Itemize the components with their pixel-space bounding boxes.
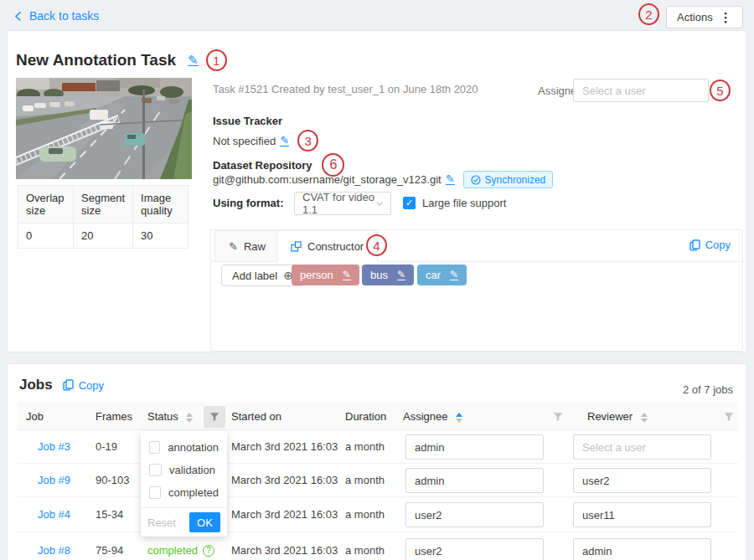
tab-raw[interactable]: ✎ Raw xyxy=(214,230,280,262)
edit-label-icon[interactable]: ✎ xyxy=(397,270,405,280)
col-started: Started on xyxy=(231,410,281,423)
copy-labels-link[interactable]: Copy xyxy=(689,239,731,251)
duration-cell: a month xyxy=(345,474,385,486)
checkbox[interactable] xyxy=(149,486,161,499)
reviewer-input[interactable] xyxy=(573,502,711,527)
checkbox[interactable] xyxy=(149,464,162,476)
sort-icons xyxy=(186,413,193,423)
duration-cell: a month xyxy=(345,508,385,521)
callout-2: 2 xyxy=(638,3,659,25)
job-link[interactable]: Job #3 xyxy=(38,440,70,453)
job-link[interactable]: Job #4 xyxy=(38,508,70,521)
param-value: 20 xyxy=(74,223,133,249)
edit-issue-tracker-icon[interactable]: ✎ xyxy=(280,136,289,146)
actions-label: Actions xyxy=(677,11,713,23)
label-name: bus xyxy=(370,269,388,281)
question-circle-icon[interactable]: ? xyxy=(203,545,214,557)
format-select[interactable]: CVAT for video 1.1 xyxy=(294,192,391,215)
col-reviewer-sort[interactable]: Reviewer xyxy=(587,410,648,423)
jobs-heading: Jobs xyxy=(19,377,53,393)
actions-button[interactable]: Actions ⋮ xyxy=(666,6,743,28)
assignee-select-input[interactable] xyxy=(573,79,709,102)
started-cell: March 3rd 2021 16:03 xyxy=(231,474,338,486)
job-link[interactable]: Job #9 xyxy=(38,474,70,486)
assignee-input[interactable] xyxy=(405,434,544,460)
filter-option-completed[interactable]: completed xyxy=(141,481,227,504)
frames-cell: 0-19 xyxy=(96,440,117,453)
col-assignee-label: Assignee xyxy=(403,410,447,423)
reviewer-filter-icon[interactable] xyxy=(718,406,740,428)
labels-tabbar: ✎ Raw Constructor 4 Copy xyxy=(211,230,742,262)
reviewer-input[interactable] xyxy=(573,468,711,493)
assignee-filter-icon[interactable] xyxy=(547,406,569,428)
filter-option-annotation[interactable]: annotation xyxy=(141,436,227,459)
job-link[interactable]: Job #8 xyxy=(38,544,70,557)
param-value: 0 xyxy=(18,223,74,249)
callout-4: 4 xyxy=(366,234,387,256)
block-icon xyxy=(291,241,302,252)
filter-ok-button[interactable]: OK xyxy=(189,512,220,532)
status-text: completed xyxy=(147,544,198,557)
duration-cell: a month xyxy=(345,544,385,557)
assignee-input[interactable] xyxy=(405,538,544,560)
add-label-text: Add label xyxy=(232,270,277,282)
copy-jobs-link[interactable]: Copy xyxy=(63,379,104,392)
frames-cell: 75-94 xyxy=(96,544,123,557)
task-title: New Annotation Task xyxy=(16,51,176,69)
sync-status-badge: Synchronized xyxy=(463,171,554,188)
edit-title-icon[interactable]: ✎ xyxy=(188,55,199,66)
task-detail-page: Back to tasks 2 Actions ⋮ New Annotation… xyxy=(0,0,754,560)
edit-label-icon[interactable]: ✎ xyxy=(343,270,351,280)
sync-badge-label: Synchronized xyxy=(485,174,546,186)
label-chip-person[interactable]: person ✎ xyxy=(292,265,359,285)
col-frames: Frames xyxy=(96,410,132,423)
copy-icon xyxy=(63,379,74,391)
checkbox[interactable] xyxy=(149,441,160,454)
back-to-tasks-link[interactable]: Back to tasks xyxy=(13,9,99,23)
dataset-repo-label: Dataset Repository xyxy=(213,159,312,172)
reviewer-input[interactable] xyxy=(573,434,711,460)
col-duration: Duration xyxy=(345,410,386,423)
assignee-input[interactable] xyxy=(405,502,544,527)
callout-3: 3 xyxy=(297,130,318,152)
filter-option-label: completed xyxy=(168,486,219,499)
table-row: Job #3 0-19 March 3rd 2021 16:03 a month xyxy=(18,430,738,464)
edit-dataset-repo-icon[interactable]: ✎ xyxy=(446,174,455,185)
filter-option-label: validation xyxy=(169,464,215,476)
format-select-value: CVAT for video 1.1 xyxy=(302,191,376,216)
sort-icons xyxy=(641,413,648,423)
copy-icon xyxy=(689,239,700,251)
filter-reset-button[interactable]: Reset xyxy=(147,516,176,529)
label-chip-bus[interactable]: bus ✎ xyxy=(362,265,414,285)
large-file-label: Large file support xyxy=(422,197,506,209)
callout-5: 5 xyxy=(710,80,731,101)
filter-option-validation[interactable]: validation xyxy=(141,459,227,481)
dataset-repo-value: git@github.com:username/git_storage_v123… xyxy=(213,173,442,186)
callout-1: 1 xyxy=(206,49,227,71)
table-row: Job #9 90-103 March 3rd 2021 16:03 a mon… xyxy=(18,464,738,497)
col-status-label: Status xyxy=(147,410,178,423)
assignee-input[interactable] xyxy=(405,468,544,493)
label-name: car xyxy=(426,269,441,281)
reviewer-input[interactable] xyxy=(573,538,711,560)
tab-constructor[interactable]: Constructor xyxy=(276,230,378,262)
jobs-table-header: Job Frames Status Started on Duration As… xyxy=(18,403,738,430)
task-meta: Task #1521 Created by test_user_1 on Jun… xyxy=(213,83,478,95)
col-assignee-sort[interactable]: Assignee xyxy=(403,410,462,423)
param-header: Image quality xyxy=(133,186,188,223)
status-filter-icon[interactable] xyxy=(204,406,225,428)
edit-label-icon[interactable]: ✎ xyxy=(450,270,458,280)
issue-tracker-value: Not specified xyxy=(213,135,276,147)
label-name: person xyxy=(300,269,333,281)
sort-icons xyxy=(456,413,462,423)
large-file-checkbox[interactable]: ✓ xyxy=(403,197,416,209)
duration-cell: a month xyxy=(345,440,385,453)
copy-label-text: Copy xyxy=(79,379,104,392)
table-row: Job #4 15-34 March 3rd 2021 16:03 a mont… xyxy=(18,497,738,532)
status-cell: completed ? xyxy=(147,544,214,557)
param-value: 30 xyxy=(133,223,188,249)
col-status-sort[interactable]: Status xyxy=(147,410,193,423)
label-chip-car[interactable]: car ✎ xyxy=(417,265,467,285)
col-job: Job xyxy=(26,410,44,423)
jobs-count: 2 of 7 jobs xyxy=(683,383,733,396)
